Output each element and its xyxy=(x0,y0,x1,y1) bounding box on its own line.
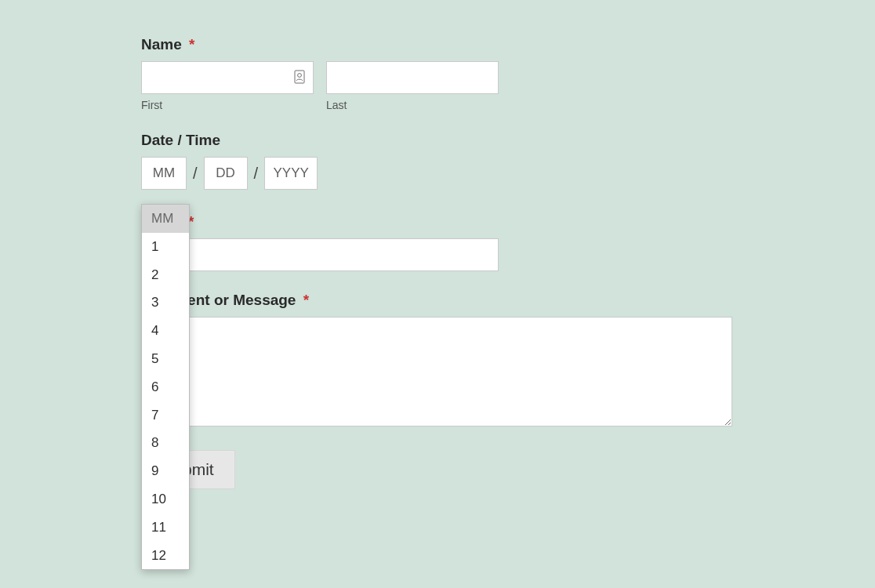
email-field: Email * xyxy=(141,213,737,271)
first-name-sublabel: First xyxy=(141,99,314,111)
month-option-2[interactable]: 2 xyxy=(142,261,189,289)
month-option-9[interactable]: 9 xyxy=(142,457,189,485)
month-option-12[interactable]: 12 xyxy=(142,542,189,570)
email-input[interactable] xyxy=(141,238,499,271)
name-label: Name * xyxy=(141,36,737,53)
date-separator-1: / xyxy=(193,165,198,183)
month-option-header[interactable]: MM xyxy=(142,205,189,233)
year-select[interactable]: YYYY xyxy=(264,157,318,190)
month-option-10[interactable]: 10 xyxy=(142,485,189,514)
month-option-6[interactable]: 6 xyxy=(142,373,189,401)
date-separator-2: / xyxy=(254,165,259,183)
required-star: * xyxy=(303,292,309,308)
month-option-7[interactable]: 7 xyxy=(142,401,189,430)
comment-field: Comment or Message * xyxy=(141,292,737,430)
month-option-4[interactable]: 4 xyxy=(142,317,189,345)
month-select[interactable]: MM xyxy=(141,157,187,190)
last-name-input[interactable] xyxy=(326,61,499,94)
month-dropdown: MM 1 2 3 4 5 6 7 8 9 10 11 12 xyxy=(141,204,190,570)
day-select[interactable]: DD xyxy=(204,157,248,190)
form-container: Name * First Last Date / Time MM / DD / … xyxy=(141,36,737,489)
name-label-text: Name xyxy=(141,36,182,53)
last-name-col: Last xyxy=(326,61,499,111)
month-option-8[interactable]: 8 xyxy=(142,429,189,457)
datetime-field: Date / Time MM / DD / YYYY xyxy=(141,132,737,190)
required-star: * xyxy=(189,36,194,53)
email-label: Email * xyxy=(141,213,737,230)
month-option-11[interactable]: 11 xyxy=(142,514,189,542)
datetime-label: Date / Time xyxy=(141,132,737,149)
month-option-1[interactable]: 1 xyxy=(142,233,189,261)
month-option-5[interactable]: 5 xyxy=(142,345,189,373)
first-name-input[interactable] xyxy=(141,61,314,94)
name-row: First Last xyxy=(141,61,737,111)
last-name-sublabel: Last xyxy=(326,99,499,111)
first-name-col: First xyxy=(141,61,314,111)
comment-textarea[interactable] xyxy=(141,317,732,426)
month-option-3[interactable]: 3 xyxy=(142,289,189,317)
date-row: MM / DD / YYYY xyxy=(141,157,737,190)
name-field: Name * First Last xyxy=(141,36,737,111)
comment-label: Comment or Message * xyxy=(141,292,737,309)
